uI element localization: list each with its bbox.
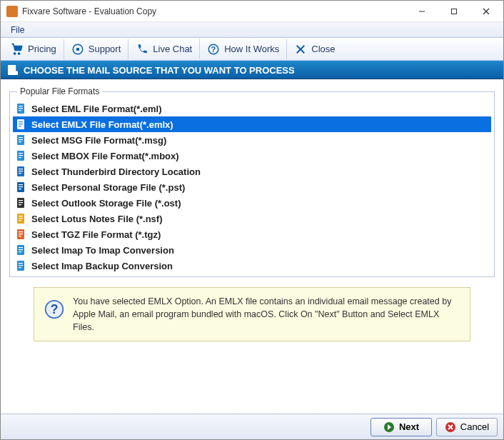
format-item-label: Select Personal Storage File (*.pst)	[31, 182, 185, 193]
svg-rect-31	[19, 184, 23, 185]
svg-rect-21	[19, 141, 21, 142]
svg-rect-28	[19, 171, 23, 171]
svg-rect-32	[19, 186, 23, 187]
svg-rect-12	[19, 108, 23, 109]
svg-text:?: ?	[211, 44, 216, 53]
formats-legend: Popular File Formats	[17, 86, 102, 96]
window-title: Fixvare Software - Evaluation Copy	[22, 6, 405, 16]
info-text: You have selected EMLX Option. An EMLX f…	[73, 295, 460, 334]
format-file-icon	[16, 181, 27, 193]
format-item[interactable]: Select EML File Format(*.eml)	[13, 101, 491, 116]
svg-rect-24	[19, 155, 23, 156]
format-item[interactable]: Select Lotus Notes File (*.nsf)	[13, 211, 491, 226]
format-file-icon	[16, 213, 27, 224]
svg-rect-20	[19, 139, 23, 140]
howitworks-label: How It Works	[224, 44, 279, 54]
svg-rect-35	[19, 200, 23, 201]
format-item[interactable]: Select MSG File Format(*.msg)	[13, 132, 491, 148]
content-area: Popular File Formats Select EML File For…	[1, 79, 503, 351]
format-file-icon	[16, 197, 27, 209]
svg-rect-37	[19, 204, 21, 205]
svg-rect-45	[19, 236, 21, 236]
svg-rect-40	[19, 218, 23, 219]
question-icon: ?	[207, 43, 220, 56]
cancel-button[interactable]: Cancel	[436, 418, 498, 436]
format-item-label: Select Outlook Storage File (*.ost)	[31, 198, 181, 209]
svg-rect-27	[19, 169, 23, 169]
svg-rect-15	[19, 121, 23, 122]
format-file-icon	[16, 119, 27, 130]
svg-rect-51	[19, 263, 23, 264]
format-file-icon	[16, 260, 27, 271]
format-file-icon	[16, 166, 27, 177]
format-item[interactable]: Select TGZ File Format (*.tgz)	[13, 226, 491, 242]
maximize-button[interactable]	[438, 1, 470, 21]
pricing-button[interactable]: Pricing	[4, 39, 64, 59]
svg-rect-19	[19, 137, 23, 138]
livechat-button[interactable]: Live Chat	[128, 39, 200, 59]
support-button[interactable]: Support	[64, 39, 129, 59]
svg-rect-49	[19, 251, 21, 252]
close-window-button[interactable]	[470, 1, 502, 21]
format-item[interactable]: Select Outlook Storage File (*.ost)	[13, 195, 491, 211]
format-item[interactable]: Select Imap To Imap Conversion	[13, 242, 491, 258]
title-bar: Fixvare Software - Evaluation Copy	[1, 1, 503, 22]
svg-rect-25	[19, 157, 21, 158]
format-item-label: Select EMLX File Format(*.emlx)	[31, 119, 173, 130]
svg-rect-1	[451, 9, 456, 14]
close-icon	[294, 43, 307, 56]
svg-rect-41	[19, 220, 21, 221]
footer-bar: Next Cancel	[1, 414, 503, 439]
svg-rect-52	[19, 265, 23, 266]
format-item-label: Select MBOX File Format(*.mbox)	[31, 151, 179, 161]
svg-rect-11	[19, 106, 23, 106]
svg-rect-13	[19, 110, 21, 111]
format-item[interactable]: Select Imap Backup Conversion	[13, 258, 491, 274]
format-item-label: Select EML File Format(*.eml)	[31, 104, 162, 114]
format-file-icon	[16, 229, 27, 240]
svg-point-5	[76, 47, 80, 51]
next-arrow-icon	[383, 421, 395, 433]
svg-rect-48	[19, 249, 23, 250]
pricing-label: Pricing	[28, 44, 56, 54]
svg-rect-36	[19, 202, 23, 203]
document-icon	[8, 65, 18, 75]
menu-file[interactable]: File	[5, 24, 30, 36]
minimize-button[interactable]	[405, 1, 438, 21]
info-box: ? You have selected EMLX Option. An EMLX…	[34, 287, 470, 341]
cancel-x-icon	[445, 421, 456, 433]
svg-rect-39	[19, 216, 23, 216]
toolbar: Pricing Support Live Chat ? How It Works…	[1, 38, 503, 61]
svg-rect-53	[19, 267, 21, 268]
format-item-label: Select Imap To Imap Conversion	[31, 245, 174, 256]
format-item[interactable]: Select EMLX File Format(*.emlx)	[13, 116, 491, 132]
svg-rect-44	[19, 234, 23, 234]
close-toolbar-button[interactable]: Close	[287, 39, 342, 59]
livechat-label: Live Chat	[153, 44, 192, 54]
svg-rect-16	[19, 124, 23, 124]
menu-bar: File	[1, 22, 503, 38]
format-file-icon	[16, 134, 27, 146]
phone-icon	[136, 43, 148, 56]
section-header-title: CHOOSE THE MAIL SOURCE THAT YOU WANT TO …	[24, 65, 295, 76]
svg-text:?: ?	[51, 302, 59, 316]
howitworks-button[interactable]: ? How It Works	[200, 39, 287, 59]
next-label: Next	[399, 421, 419, 432]
format-item-label: Select MSG File Format(*.msg)	[31, 135, 166, 146]
support-label: Support	[89, 44, 121, 54]
app-icon	[6, 6, 18, 17]
section-header: CHOOSE THE MAIL SOURCE THAT YOU WANT TO …	[1, 61, 503, 79]
format-file-icon	[16, 103, 27, 114]
info-question-icon: ?	[44, 299, 64, 319]
svg-rect-43	[19, 231, 23, 232]
format-item[interactable]: Select Thunderbird Directory Location	[13, 164, 491, 179]
next-button[interactable]: Next	[371, 418, 432, 436]
format-item-label: Select TGZ File Format (*.tgz)	[31, 229, 161, 240]
format-file-icon	[16, 244, 27, 256]
cancel-label: Cancel	[460, 421, 489, 432]
support-icon	[71, 43, 84, 56]
format-item[interactable]: Select Personal Storage File (*.pst)	[13, 179, 491, 195]
svg-rect-47	[19, 247, 23, 248]
format-item[interactable]: Select MBOX File Format(*.mbox)	[13, 148, 491, 164]
close-label: Close	[311, 44, 335, 54]
